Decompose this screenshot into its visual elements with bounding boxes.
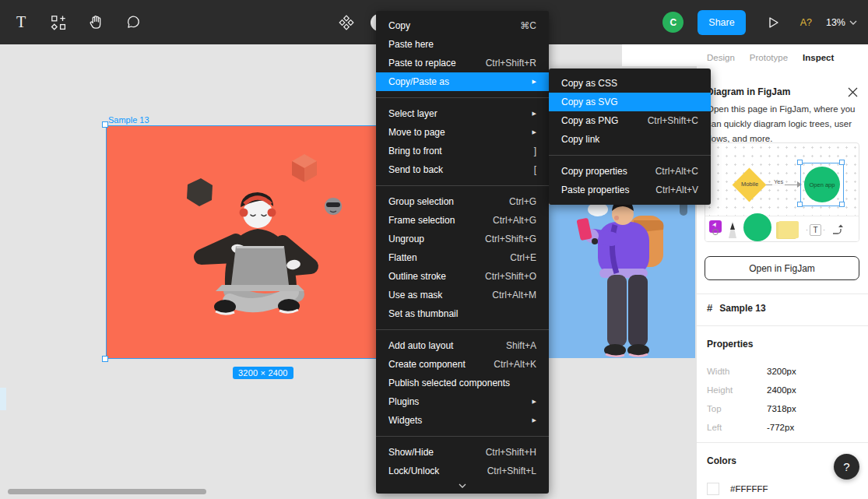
component-button[interactable] (333, 9, 360, 36)
menu-item-label: Bring to front (388, 146, 442, 156)
menu-item-flatten[interactable]: FlattenCtrl+E (376, 248, 549, 267)
play-icon (766, 16, 780, 30)
colors-list: #FFFFFF (707, 483, 768, 495)
menu-item-copy-link[interactable]: Copy link (549, 130, 711, 149)
menu-item-label: Flatten (388, 252, 417, 263)
menu-item-shortcut: Ctrl+Shift+L (487, 466, 536, 476)
text-tool-icon: T (16, 13, 26, 31)
menu-item-copy-properties[interactable]: Copy propertiesCtrl+Alt+C (549, 162, 711, 181)
figjam-toolbar-strip: ·T· (705, 216, 859, 242)
menu-item-copy-as-svg[interactable]: Copy as SVG (549, 93, 711, 111)
menu-item-label: Copy link (561, 134, 599, 145)
menu-item-label: Paste to replace (388, 58, 456, 69)
menu-item-label: Paste here (388, 39, 434, 50)
menu-item-label: Copy/Paste as (388, 76, 449, 87)
property-row-width: Width3200px (707, 362, 858, 381)
four-diamonds-icon (339, 15, 354, 30)
frame-title-sample-13[interactable]: Sample 13 (108, 115, 149, 125)
submenu-arrow-icon: ▶ (532, 417, 536, 423)
menu-item-copy[interactable]: Copy⌘C (376, 16, 549, 35)
menu-item-copy-as-png[interactable]: Copy as PNGCtrl+Shift+C (549, 111, 711, 130)
figjam-text-tool-icon: ·T· (806, 224, 825, 236)
menu-item-label: Set as thumbnail (388, 308, 458, 319)
color-swatch[interactable] (707, 483, 719, 495)
figjam-handle-br (839, 202, 845, 207)
menu-item-copy-as-css[interactable]: Copy as CSS (549, 74, 711, 93)
menu-item-shortcut: Ctrl+Shift+R (486, 58, 536, 69)
open-in-figjam-button[interactable]: Open in FigJam (705, 256, 859, 280)
menu-item-label: Use as mask (388, 290, 442, 300)
property-value: -772px (767, 423, 794, 432)
share-button[interactable]: Share (698, 10, 745, 35)
selection-handle-top-left[interactable] (102, 121, 108, 128)
zoom-menu[interactable]: 13% (826, 17, 857, 28)
frame-icon: # (707, 302, 712, 314)
property-row-top: Top7318px (707, 399, 858, 418)
figjam-shape-tool-icon (743, 213, 771, 241)
menu-item-label: Copy as PNG (561, 115, 618, 126)
help-button[interactable]: ? (834, 454, 859, 480)
comment-icon (125, 14, 142, 30)
insert-shapes-button[interactable] (45, 9, 72, 36)
menu-separator (376, 329, 549, 330)
close-icon[interactable] (848, 87, 858, 97)
menu-item-shortcut: Ctrl+Shift+G (485, 234, 536, 244)
color-hex: #FFFFFF (730, 484, 768, 494)
avatar[interactable]: C (662, 12, 684, 33)
menu-item-paste-here[interactable]: Paste here (376, 35, 549, 54)
figjam-diamond-label: Mobile (731, 181, 768, 188)
menu-item-label: Outline stroke (388, 271, 446, 282)
selected-frame-sample-13[interactable] (106, 125, 416, 359)
selection-handle-bottom-left[interactable] (102, 356, 108, 362)
hand-tool-button[interactable] (83, 9, 109, 36)
menu-item-outline-stroke[interactable]: Outline strokeCtrl+Shift+O (376, 267, 549, 286)
figjam-connector-icon (832, 224, 845, 235)
accessibility-label[interactable]: A? (800, 17, 812, 28)
menu-item-move-to-page[interactable]: Move to page▶ (376, 123, 549, 142)
figjam-handle-tl (797, 160, 803, 165)
illustration-person-laptop (107, 126, 414, 357)
property-label: Height (707, 385, 767, 395)
menu-item-shortcut: Ctrl+Shift+H (486, 447, 536, 458)
comment-tool-button[interactable] (120, 9, 146, 36)
menu-item-bring-to-front[interactable]: Bring to front] (376, 142, 549, 160)
property-value: 7318px (767, 404, 796, 413)
menu-item-publish-selected-components[interactable]: Publish selected components (376, 374, 549, 392)
artboard-partial-top[interactable] (622, 44, 697, 66)
menu-scroll-more[interactable] (376, 480, 549, 488)
menu-item-shortcut: Ctrl+Alt+V (655, 184, 698, 195)
chevron-down-icon (849, 20, 857, 25)
property-label: Left (707, 423, 767, 432)
menu-item-label: Widgets (388, 415, 422, 426)
artboard-partial-left[interactable] (0, 388, 6, 410)
present-button[interactable] (760, 9, 786, 36)
menu-item-create-component[interactable]: Create componentCtrl+Alt+K (376, 355, 549, 374)
text-tool-button[interactable]: T (8, 9, 34, 36)
menu-item-lock-unlock[interactable]: Lock/UnlockCtrl+Shift+L (376, 462, 549, 480)
menu-item-send-to-back[interactable]: Send to back[ (376, 160, 549, 179)
menu-item-plugins[interactable]: Plugins▶ (376, 392, 549, 411)
colors-heading: Colors (707, 455, 736, 466)
menu-item-paste-to-replace[interactable]: Paste to replaceCtrl+Shift+R (376, 54, 549, 72)
menu-item-copy-paste-as[interactable]: Copy/Paste as▶ (376, 72, 549, 91)
menu-item-select-layer[interactable]: Select layer▶ (376, 104, 549, 123)
menu-item-set-as-thumbnail[interactable]: Set as thumbnail (376, 304, 549, 323)
menu-item-use-as-mask[interactable]: Use as maskCtrl+Alt+M (376, 286, 549, 304)
tab-inspect[interactable]: Inspect (803, 53, 834, 62)
panel-tabs: DesignPrototypeInspect (697, 44, 868, 71)
menu-item-label: Show/Hide (388, 447, 434, 458)
menu-item-group-selection[interactable]: Group selectionCtrl+G (376, 192, 549, 211)
horizontal-scrollbar[interactable] (8, 489, 206, 494)
menu-item-paste-properties[interactable]: Paste propertiesCtrl+Alt+V (549, 181, 711, 199)
menu-item-show-hide[interactable]: Show/HideCtrl+Shift+H (376, 443, 549, 462)
menu-item-add-auto-layout[interactable]: Add auto layoutShift+A (376, 336, 549, 355)
figjam-marker-icon (729, 221, 736, 238)
property-value: 3200px (767, 367, 796, 376)
tab-prototype[interactable]: Prototype (750, 53, 788, 62)
menu-item-frame-selection[interactable]: Frame selectionCtrl+Alt+G (376, 211, 549, 230)
menu-item-widgets[interactable]: Widgets▶ (376, 411, 549, 430)
menu-item-ungroup[interactable]: UngroupCtrl+Shift+G (376, 230, 549, 248)
selected-layer-row[interactable]: # Sample 13 (707, 302, 766, 314)
submenu-arrow-icon: ▶ (532, 111, 536, 117)
tab-design[interactable]: Design (707, 53, 735, 62)
